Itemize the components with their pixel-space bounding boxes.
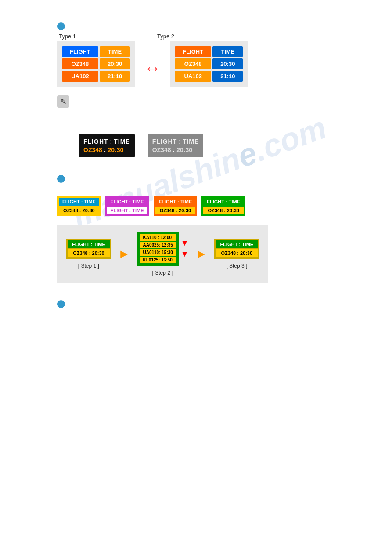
step2-row4: KL0125: 13:50	[140, 257, 175, 263]
black-display-box: FLIGHT : TIME OZ348 : 20:30	[79, 134, 135, 157]
gray-data-row: OZ348 : 20:30	[152, 146, 199, 153]
t2-header-time: TIME	[212, 46, 243, 57]
black-flight-value: OZ348	[83, 146, 102, 153]
tables-row: FLIGHT TIME OZ348 20:30 UA102	[57, 41, 248, 87]
step1-container: FLIGHT : TIME OZ348 : 20:30 [ Step 1 ]	[66, 239, 111, 269]
section1-types: Type 1 Type 2 FLIGHT TIME	[57, 22, 392, 87]
t2-header-flight: FLIGHT	[175, 46, 211, 57]
step1-label: [ Step 1 ]	[78, 263, 99, 269]
small-box-4: FLIGHT : TIME OZ348 : 20:30	[201, 196, 245, 216]
small-boxes-row: FLIGHT : TIME OZ348 : 20:30 FLIGHT : TIM…	[57, 196, 392, 216]
small-box-3: FLIGHT : TIME OZ348 : 20:30	[154, 196, 198, 216]
step2-row3: UA0110: 15:30	[140, 249, 175, 256]
black-time-value: 20:30	[108, 146, 123, 153]
black-time-label: TIME	[114, 138, 130, 145]
gray-colon1: :	[179, 138, 181, 145]
step2-label: [ Step 2 ]	[152, 270, 173, 276]
step2-row2: AA0025: 12:35	[140, 242, 175, 248]
sfb2-data: FLIGHT : TIME	[107, 207, 147, 214]
step3-container: FLIGHT : TIME OZ348 : 20:30 [ Step 3 ]	[214, 239, 259, 269]
black-flight-label: FLIGHT	[83, 138, 108, 145]
t1-header-time: TIME	[100, 46, 130, 57]
step2-box: KA110 : 12:00 AA0025: 12:35 UA0110: 15:3…	[137, 232, 179, 266]
sfb2-header: FLIGHT : TIME	[107, 198, 147, 206]
small-box-2: FLIGHT : TIME FLIGHT : TIME	[105, 196, 149, 216]
t1-row2-time: 21:10	[100, 71, 130, 82]
step-arrow-1-icon: ►	[118, 247, 130, 261]
step2-down-arrow-1-icon: ▼	[181, 239, 189, 248]
top-rule	[0, 9, 392, 9]
t1-row1-time: 20:30	[100, 58, 130, 69]
step-arrow-2-icon: ►	[195, 247, 208, 261]
gray-flight-label: FLIGHT	[152, 138, 177, 145]
step3-label: [ Step 3 ]	[226, 263, 247, 269]
step2-down-arrow-2-icon: ▼	[181, 250, 189, 259]
page-container: manualshine.com Type 1 Type 2	[0, 0, 392, 555]
steps-container: FLIGHT : TIME OZ348 : 20:30 [ Step 1 ] ►…	[57, 225, 268, 283]
step1-data: OZ348 : 20:30	[68, 249, 110, 257]
step1-header: FLIGHT : TIME	[68, 240, 110, 248]
type2-container: FLIGHT TIME OZ348 20:30 UA102	[170, 41, 248, 87]
type2-label: Type 2	[157, 33, 174, 40]
step2-inner: KA110 : 12:00 AA0025: 12:35 UA0110: 15:3…	[137, 232, 188, 266]
sfb4-data: OZ348 : 20:30	[203, 207, 244, 214]
black-colon2: :	[104, 146, 106, 153]
t2-row1-time: 20:30	[212, 58, 243, 69]
t2-row2-flight: UA102	[175, 71, 211, 82]
bullet-icon-5	[57, 300, 65, 308]
bottom-rule	[0, 418, 392, 418]
bullet-icon-3	[57, 175, 65, 183]
step2-arrows: ▼ ▼	[181, 239, 189, 259]
section3-bullet	[57, 175, 392, 183]
gray-time-label: TIME	[183, 138, 199, 145]
gray-display-box: FLIGHT : TIME OZ348 : 20:30	[148, 134, 204, 157]
t1-row1-flight: OZ348	[62, 58, 98, 69]
step3-box: FLIGHT : TIME OZ348 : 20:30	[214, 239, 259, 259]
sfb3-header: FLIGHT : TIME	[155, 198, 196, 206]
double-arrow-container: ↔	[135, 58, 170, 78]
black-data-row: OZ348 : 20:30	[83, 146, 130, 153]
sfb1-data: OZ348 : 20:30	[59, 207, 99, 214]
section3: FLIGHT : TIME OZ348 : 20:30 FLIGHT : TIM…	[57, 175, 392, 216]
step1-box: FLIGHT : TIME OZ348 : 20:30	[66, 239, 111, 259]
type1-table: FLIGHT TIME OZ348 20:30 UA102	[61, 45, 131, 83]
type1-label: Type 1	[59, 33, 76, 40]
t2-row2-time: 21:10	[212, 71, 243, 82]
t2-row1-flight: OZ348	[175, 58, 211, 69]
black-colon1: :	[110, 138, 112, 145]
section2-display: FLIGHT : TIME OZ348 : 20:30 FLIGHT : TIM…	[79, 134, 392, 157]
type1-container: FLIGHT TIME OZ348 20:30 UA102	[57, 41, 135, 87]
step3-data: OZ348 : 20:30	[216, 249, 258, 257]
gray-time-value: 20:30	[176, 146, 192, 153]
gray-header-row: FLIGHT : TIME	[152, 138, 199, 145]
sfb1-header: FLIGHT : TIME	[59, 198, 99, 206]
step2-container: KA110 : 12:00 AA0025: 12:35 UA0110: 15:3…	[137, 232, 188, 276]
bullet-icon-1	[57, 22, 65, 30]
gray-colon2: :	[173, 146, 175, 153]
sfb4-header: FLIGHT : TIME	[203, 198, 244, 206]
section5	[57, 300, 392, 308]
note-icon: ✎	[57, 95, 69, 108]
type2-table: FLIGHT TIME OZ348 20:30 UA102	[173, 45, 244, 83]
small-box-1: FLIGHT : TIME OZ348 : 20:30	[57, 196, 101, 216]
sfb3-data: OZ348 : 20:30	[155, 207, 196, 214]
step3-header: FLIGHT : TIME	[216, 240, 258, 248]
step2-row1: KA110 : 12:00	[140, 234, 175, 241]
black-header-row: FLIGHT : TIME	[83, 138, 130, 145]
t1-header-flight: FLIGHT	[62, 46, 98, 57]
double-arrow-icon: ↔	[144, 58, 161, 78]
t1-row2-flight: UA102	[62, 71, 98, 82]
gray-flight-value: OZ348	[152, 146, 171, 153]
